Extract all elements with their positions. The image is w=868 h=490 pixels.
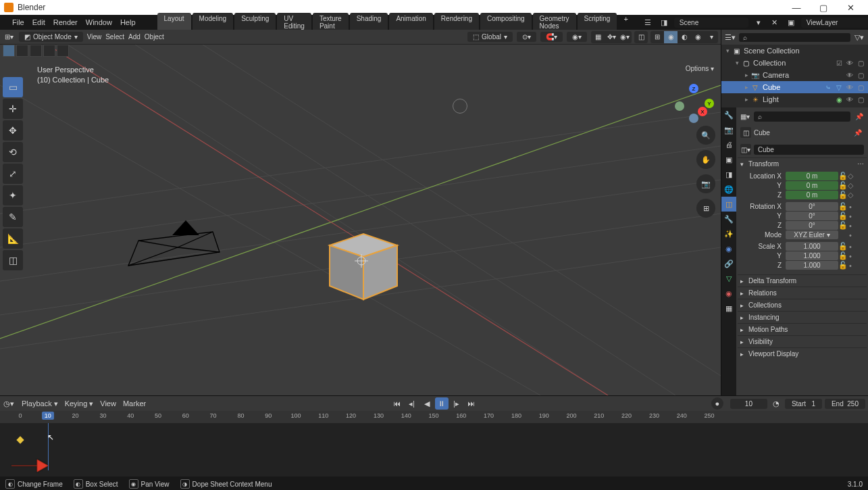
panel-collections-header[interactable]: ▸Collections xyxy=(738,299,867,311)
panel-relations-header[interactable]: ▸Relations xyxy=(738,287,867,299)
select-mode-circle[interactable] xyxy=(30,45,42,57)
zoom-gizmo-icon[interactable]: 🔍 xyxy=(696,126,715,145)
editor-type-icon[interactable]: ⊞▾ xyxy=(3,31,15,43)
exclude-toggle[interactable]: ☑ xyxy=(834,59,844,67)
menu-view[interactable]: View xyxy=(87,33,102,41)
camera-gizmo-icon[interactable]: 📷 xyxy=(696,174,715,193)
eye-icon[interactable]: 👁 xyxy=(845,59,854,67)
object-breadcrumb[interactable]: Cube xyxy=(754,129,770,137)
keyframe-next-icon[interactable]: |▸ xyxy=(450,397,463,410)
scale-y-field[interactable]: 1.000 xyxy=(786,251,838,260)
rotation-y-field[interactable]: 0° xyxy=(786,212,838,220)
anim-dot[interactable]: • xyxy=(846,212,854,220)
light-data-icon[interactable]: ◉ xyxy=(834,96,844,103)
properties-editor-icon[interactable]: ▦▾ xyxy=(739,110,751,122)
restrict-render-icon[interactable]: ▢ xyxy=(856,96,865,103)
location-z-field[interactable]: 0 m xyxy=(786,191,838,199)
menu-window[interactable]: Window xyxy=(86,18,112,26)
menu-add[interactable]: Add xyxy=(128,33,141,41)
timeline-canvas[interactable]: 0102030405060708090100110120130140150160… xyxy=(0,411,868,476)
axis-z[interactable]: Z xyxy=(689,84,698,93)
panel-menu-icon[interactable]: ⋯ xyxy=(857,160,864,168)
tool-measure[interactable]: 📐 xyxy=(3,228,23,249)
workspace-shading[interactable]: Shading xyxy=(350,13,388,32)
nav-gizmo[interactable]: Z Y X xyxy=(673,84,714,124)
minimize-button[interactable]: — xyxy=(783,3,810,13)
properties-tab-modifier[interactable]: 🔧 xyxy=(721,212,736,226)
end-frame-field[interactable]: End 250 xyxy=(825,399,865,409)
workspace-add[interactable]: + xyxy=(618,13,633,32)
jump-start-icon[interactable]: ⏮ xyxy=(390,397,404,410)
properties-tab-scene[interactable]: ◨ xyxy=(721,167,736,182)
properties-tab-output[interactable]: 🖨 xyxy=(721,137,736,152)
eye-icon[interactable]: 👁 xyxy=(845,72,854,79)
menu-edit[interactable]: Edit xyxy=(32,18,45,26)
properties-tab-constraints[interactable]: 🔗 xyxy=(721,256,736,271)
outliner-search[interactable]: ⌕ xyxy=(739,33,850,42)
eye-icon[interactable]: 👁 xyxy=(845,96,854,103)
anim-dot[interactable]: • xyxy=(846,262,854,270)
lock-icon[interactable]: 🔓 xyxy=(838,202,846,211)
workspace-geonodes[interactable]: Geometry Nodes xyxy=(533,13,576,32)
properties-tab-render[interactable]: 📷 xyxy=(721,122,736,137)
lock-icon[interactable]: 🔓 xyxy=(838,212,846,220)
shading-options-icon[interactable]: ▾ xyxy=(705,31,718,43)
location-x-field[interactable]: 0 m xyxy=(786,172,838,180)
menu-object[interactable]: Object xyxy=(145,33,164,41)
workspace-layout[interactable]: Layout xyxy=(157,13,191,32)
axis-x[interactable]: X xyxy=(698,107,707,116)
keyframe-marker[interactable] xyxy=(16,436,24,443)
menu-render[interactable]: Render xyxy=(53,18,78,26)
shading-rendered-icon[interactable]: ◉ xyxy=(691,31,705,43)
timeline-editor-icon[interactable]: ◷▾ xyxy=(3,397,15,410)
properties-tab-physics[interactable]: ◉ xyxy=(721,241,736,256)
properties-tab-particles[interactable]: ✨ xyxy=(721,226,736,241)
autokey-button[interactable]: ● xyxy=(711,397,723,410)
properties-tab-tool[interactable]: 🔧 xyxy=(721,107,736,122)
preview-range-icon[interactable]: ◔ xyxy=(770,397,782,410)
playhead-frame-label[interactable]: 10 xyxy=(42,412,54,420)
pin-object-icon[interactable]: 📌 xyxy=(852,126,864,139)
workspace-modeling[interactable]: Modeling xyxy=(193,13,234,32)
tree-collection[interactable]: ▾▢ Collection ☑👁▢ xyxy=(721,57,868,69)
timeline-view-menu[interactable]: View xyxy=(100,399,116,408)
shading-solid-icon[interactable]: ◉ xyxy=(664,31,678,43)
tool-transform[interactable]: ✦ xyxy=(3,185,23,205)
properties-search[interactable]: ⌕ xyxy=(754,112,850,122)
lock-icon[interactable]: 🔓 xyxy=(838,172,846,180)
viewlayer-name-field[interactable]: ViewLayer xyxy=(801,18,868,28)
lock-icon[interactable]: 🔓 xyxy=(838,181,846,190)
scale-x-field[interactable]: 1.000 xyxy=(786,242,838,251)
keying-menu[interactable]: Keying ▾ xyxy=(65,399,94,408)
tool-move[interactable]: ✥ xyxy=(3,120,23,141)
panel-delta-header[interactable]: ▸Delta Transform xyxy=(738,274,867,287)
anim-dot[interactable]: • xyxy=(846,252,854,260)
properties-tab-object[interactable]: ◫ xyxy=(721,197,736,212)
panel-viewportdisplay-header[interactable]: ▸Viewport Display xyxy=(738,347,867,360)
keyframe-dot[interactable]: ◇ xyxy=(846,191,854,199)
lock-icon[interactable]: 🔓 xyxy=(838,191,846,199)
tool-rotate[interactable]: ⟲ xyxy=(3,142,23,162)
tree-cube[interactable]: ▸▽ Cube ⤷▽👁▢ xyxy=(721,81,868,93)
outliner-filter-icon[interactable]: ▽▾ xyxy=(853,31,865,43)
anim-dot[interactable]: • xyxy=(846,243,854,251)
select-mode-tweak[interactable] xyxy=(3,45,15,57)
workspace-compositing[interactable]: Compositing xyxy=(480,13,532,32)
panel-transform-header[interactable]: ▾Transform ⋯ xyxy=(738,157,867,170)
menu-help[interactable]: Help xyxy=(120,18,136,26)
anim-dot[interactable]: • xyxy=(846,222,854,230)
axis-neg-z[interactable] xyxy=(689,114,698,123)
viewport-options-button[interactable]: Options ▾ xyxy=(686,65,714,72)
selectability-toggle-icon[interactable]: ▦ xyxy=(591,31,605,43)
workspace-sculpting[interactable]: Sculpting xyxy=(234,13,276,32)
menu-file[interactable]: File xyxy=(12,18,24,26)
action-icon[interactable]: ⤷ xyxy=(823,84,833,91)
visibility-toggles[interactable]: ▦ ✥▾ ◉▾ xyxy=(591,31,632,43)
select-mode-extra[interactable] xyxy=(57,45,69,57)
mode-dropdown[interactable]: ◩ Object Mode ▾ xyxy=(19,32,83,42)
lock-icon[interactable]: 🔓 xyxy=(838,251,846,260)
select-mode-lasso[interactable] xyxy=(43,45,55,57)
outliner-editor-icon[interactable]: ☰▾ xyxy=(724,31,736,43)
restrict-render-icon[interactable]: ▢ xyxy=(856,72,865,79)
object-data-icon[interactable]: ◫▾ xyxy=(740,144,751,155)
